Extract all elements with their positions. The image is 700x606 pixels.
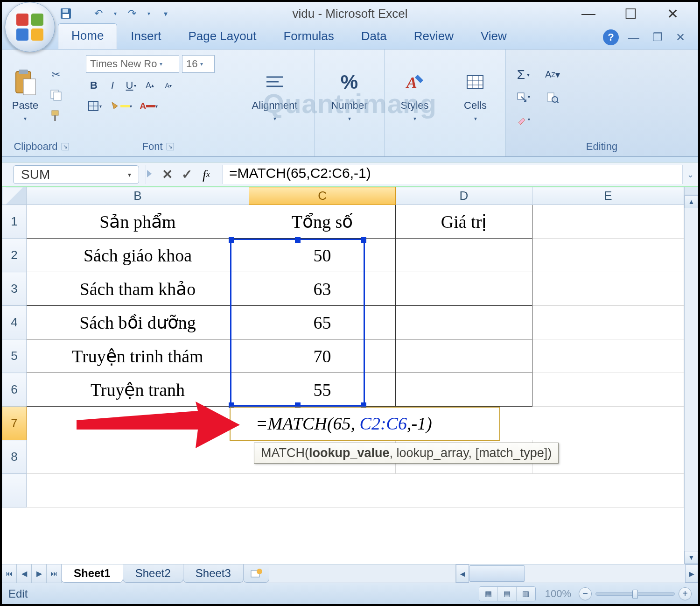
- italic-button[interactable]: I: [105, 78, 120, 93]
- format-painter-icon[interactable]: [48, 107, 64, 124]
- workbook-restore-button[interactable]: ❐: [649, 31, 666, 44]
- cell-C3[interactable]: 63: [249, 272, 395, 306]
- undo-dropdown[interactable]: ▾: [112, 6, 119, 21]
- fill-button[interactable]: ▾: [514, 89, 532, 105]
- enter-formula-icon[interactable]: ✓: [177, 166, 196, 183]
- cell-C7[interactable]: =MATCH(65, C2:C6,-1): [249, 407, 684, 440]
- autosum-button[interactable]: Σ ▾: [514, 67, 532, 83]
- office-button[interactable]: [5, 2, 55, 52]
- cell-B7[interactable]: [27, 407, 249, 440]
- normal-view-icon[interactable]: ▦: [479, 587, 498, 601]
- redo-dropdown[interactable]: ▾: [146, 6, 152, 21]
- sheet-tab-3[interactable]: Sheet3: [183, 564, 244, 583]
- tab-nav-last-icon[interactable]: ⏭: [47, 564, 62, 583]
- grid[interactable]: B C D E 1Sản phẩmTổng sốGiá trị 2Sách gi…: [2, 187, 684, 564]
- cell-E4[interactable]: [532, 306, 684, 339]
- cell-E3[interactable]: [532, 272, 684, 306]
- vertical-scrollbar[interactable]: ▲ ▼: [684, 187, 698, 564]
- tab-insert[interactable]: Insert: [117, 24, 175, 49]
- bold-button[interactable]: B: [86, 78, 102, 93]
- zoom-out-button[interactable]: −: [579, 587, 592, 600]
- alignment-button[interactable]: Alignment ▾: [256, 68, 294, 121]
- tab-formulas[interactable]: Formulas: [270, 24, 347, 49]
- workbook-close-button[interactable]: ✕: [672, 31, 689, 44]
- scroll-up-icon[interactable]: ▲: [685, 195, 698, 208]
- tab-nav-first-icon[interactable]: ⏮: [2, 564, 17, 583]
- zoom-in-button[interactable]: +: [679, 587, 692, 600]
- font-color-button[interactable]: A▾: [137, 98, 160, 114]
- find-select-button[interactable]: [543, 89, 562, 105]
- cells-button[interactable]: Cells ▾: [457, 68, 494, 121]
- sheet-tab-2[interactable]: Sheet2: [123, 564, 183, 583]
- grow-font-button[interactable]: A▴: [142, 78, 158, 93]
- row-header-2[interactable]: 2: [2, 239, 27, 272]
- font-name-combo[interactable]: Times New Ro▾: [86, 55, 179, 73]
- cell-B2[interactable]: Sách giáo khoa: [27, 239, 249, 272]
- number-button[interactable]: % Number ▾: [331, 68, 368, 121]
- row-header-1[interactable]: 1: [2, 205, 27, 239]
- workbook-minimize-button[interactable]: —: [624, 31, 643, 44]
- tab-data[interactable]: Data: [348, 24, 400, 49]
- tab-nav-prev-icon[interactable]: ◀: [17, 564, 32, 583]
- cell-D5[interactable]: [396, 339, 532, 373]
- new-sheet-tab-icon[interactable]: [243, 564, 269, 583]
- page-break-view-icon[interactable]: ▥: [517, 587, 535, 601]
- insert-function-icon[interactable]: fx: [197, 166, 216, 183]
- cell-B8[interactable]: [27, 440, 249, 474]
- page-layout-view-icon[interactable]: ▤: [498, 587, 517, 601]
- cancel-formula-icon[interactable]: ✕: [158, 166, 176, 183]
- cell-B5[interactable]: Truyện trinh thám: [27, 339, 249, 373]
- borders-button[interactable]: ▾: [86, 98, 104, 114]
- cell-B4[interactable]: Sách bồi dưỡng: [27, 306, 249, 339]
- cell-E1[interactable]: [532, 205, 684, 239]
- cell-blank[interactable]: [27, 474, 684, 507]
- cell-B1[interactable]: Sản phẩm: [27, 205, 249, 239]
- fill-color-button[interactable]: ▾: [107, 98, 134, 114]
- clear-button[interactable]: ▾: [514, 112, 532, 127]
- font-launcher-icon[interactable]: ↘: [167, 143, 174, 150]
- row-header-4[interactable]: 4: [2, 306, 27, 339]
- cell-E2[interactable]: [532, 239, 684, 272]
- cell-D4[interactable]: [396, 306, 532, 339]
- font-size-combo[interactable]: 16▾: [182, 55, 215, 73]
- tab-home[interactable]: Home: [58, 23, 117, 49]
- scroll-down-icon[interactable]: ▼: [685, 551, 698, 564]
- cell-C4[interactable]: 65: [249, 306, 395, 339]
- redo-icon[interactable]: ↷: [124, 6, 140, 21]
- hscroll-thumb[interactable]: [469, 565, 525, 582]
- cell-E5[interactable]: [532, 339, 684, 373]
- tab-nav-next-icon[interactable]: ▶: [32, 564, 47, 583]
- split-handle-top[interactable]: [685, 187, 698, 195]
- scroll-right-icon[interactable]: ▶: [685, 564, 698, 583]
- col-header-C[interactable]: C: [249, 187, 395, 205]
- paste-button[interactable]: Paste ▾: [7, 68, 44, 121]
- close-button[interactable]: ✕: [661, 4, 684, 23]
- undo-icon[interactable]: ↶: [91, 6, 106, 21]
- col-header-D[interactable]: D: [396, 187, 532, 205]
- zoom-slider[interactable]: [595, 592, 675, 596]
- col-header-B[interactable]: B: [27, 187, 249, 205]
- shrink-font-button[interactable]: A▾: [161, 78, 176, 93]
- tab-review[interactable]: Review: [400, 24, 467, 49]
- styles-button[interactable]: A Styles ▾: [396, 68, 434, 121]
- col-header-E[interactable]: E: [532, 187, 684, 205]
- clipboard-launcher-icon[interactable]: ↘: [62, 143, 69, 150]
- save-icon[interactable]: [58, 6, 74, 21]
- row-header-6[interactable]: 6: [2, 373, 27, 407]
- maximize-button[interactable]: ☐: [619, 4, 642, 23]
- zoom-level[interactable]: 100%: [545, 588, 571, 600]
- cell-C5[interactable]: 70: [249, 339, 395, 373]
- formula-input[interactable]: =MATCH(65,C2:C6,-1): [223, 165, 682, 184]
- scroll-left-icon[interactable]: ◀: [456, 564, 469, 583]
- tab-view[interactable]: View: [467, 24, 520, 49]
- cut-icon[interactable]: ✂: [48, 66, 64, 83]
- cell-D2[interactable]: [396, 239, 532, 272]
- sheet-tab-1[interactable]: Sheet1: [61, 564, 123, 583]
- cell-B6[interactable]: Truyện tranh: [27, 373, 249, 407]
- name-box[interactable]: SUM▾: [13, 165, 139, 184]
- underline-button[interactable]: U▾: [123, 78, 139, 93]
- tab-page-layout[interactable]: Page Layout: [175, 24, 270, 49]
- cell-D3[interactable]: [396, 272, 532, 306]
- cell-C6[interactable]: 55: [249, 373, 395, 407]
- cell-E6[interactable]: [532, 373, 684, 407]
